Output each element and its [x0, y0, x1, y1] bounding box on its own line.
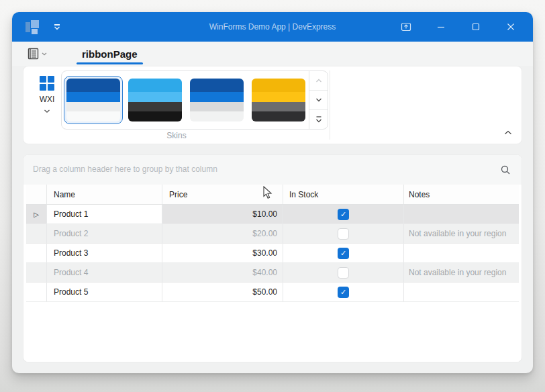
row-indicator-cell: ▷ — [26, 205, 46, 224]
qat-bar-icon — [54, 24, 60, 26]
minimize-button[interactable] — [434, 19, 448, 34]
instock-checkbox[interactable]: ✓ — [338, 209, 349, 220]
instock-cell[interactable] — [283, 263, 403, 282]
row-indicator-cell — [26, 263, 46, 282]
chevron-down-icon — [44, 109, 50, 113]
chevron-down-icon — [54, 26, 60, 30]
name-cell[interactable]: Product 5 — [46, 283, 162, 301]
row-indicator-cell — [26, 283, 46, 301]
wxi-grid-icon — [40, 76, 54, 91]
collapse-ribbon-button[interactable] — [504, 126, 512, 138]
skin-office-blue[interactable] — [64, 76, 123, 124]
skin-blue-gray[interactable] — [187, 76, 246, 124]
grid-header-row: Name Price In Stock Notes — [26, 185, 519, 205]
table-row[interactable]: Product 4 $40.00 Not available in your r… — [26, 263, 519, 283]
chevron-down-icon — [315, 98, 322, 102]
application-menu-button[interactable] — [27, 47, 47, 60]
table-row[interactable]: Product 2 $20.00 Not available in your r… — [26, 224, 519, 244]
maximize-icon — [472, 23, 480, 31]
ribbon-content-panel: WXI Skins — [23, 66, 522, 144]
chevron-down-icon — [42, 52, 47, 56]
skin-preview-tile — [128, 79, 182, 121]
price-cell[interactable]: $10.00 — [162, 205, 283, 224]
chevron-down-icon — [315, 119, 322, 123]
ribbon-group-caption: Skins — [23, 131, 330, 140]
column-header-price[interactable]: Price — [162, 185, 283, 204]
row-indicator-header — [26, 185, 46, 204]
notes-cell[interactable] — [403, 244, 519, 262]
gallery-scroll-up-button[interactable] — [309, 71, 328, 90]
chevron-up-icon — [504, 130, 512, 135]
search-icon — [500, 164, 511, 175]
notes-cell[interactable] — [403, 283, 519, 301]
minimize-icon — [437, 23, 445, 31]
group-by-hint: Drag a column header here to group by th… — [33, 164, 217, 174]
column-header-name[interactable]: Name — [46, 185, 162, 204]
column-header-notes[interactable]: Notes — [403, 185, 519, 204]
instock-checkbox[interactable]: ✓ — [338, 248, 349, 259]
chevron-up-icon — [315, 79, 322, 83]
close-icon — [507, 23, 515, 31]
document-menu-icon — [27, 47, 40, 60]
table-row[interactable]: Product 5 $50.00 ✓ — [26, 283, 519, 302]
name-cell[interactable]: Product 3 — [46, 244, 162, 262]
instock-checkbox[interactable] — [338, 228, 349, 240]
instock-cell[interactable]: ✓ — [283, 205, 403, 224]
price-cell[interactable]: $40.00 — [162, 263, 283, 282]
name-cell[interactable]: Product 2 — [46, 224, 162, 243]
skin-sky-dark[interactable] — [126, 76, 185, 124]
group-by-panel[interactable]: Drag a column header here to group by th… — [23, 155, 522, 185]
skin-yellow-dark[interactable] — [249, 76, 308, 124]
price-cell[interactable]: $20.00 — [162, 224, 283, 243]
name-cell[interactable]: Product 4 — [46, 263, 162, 282]
maximize-button[interactable] — [468, 19, 483, 34]
notes-cell[interactable]: Not available in your region — [403, 224, 519, 243]
wxi-dropdown-button[interactable]: WXI — [33, 73, 61, 116]
name-cell[interactable]: Product 1 — [46, 205, 162, 224]
close-button[interactable] — [503, 19, 518, 34]
column-header-instock[interactable]: In Stock — [283, 185, 403, 204]
skin-preview-tile — [190, 79, 244, 121]
grid-area: Name Price In Stock Notes ▷ Product 1 $1… — [26, 185, 519, 362]
data-grid-panel: Drag a column header here to group by th… — [23, 154, 522, 362]
tab-ribbonpage[interactable]: ribbonPage — [75, 42, 144, 66]
titlebar: WinForms Demo App | DevExpress — [12, 12, 533, 42]
notes-cell[interactable]: Not available in your region — [403, 263, 519, 282]
ribbon-display-options-icon — [401, 22, 411, 32]
price-cell[interactable]: $30.00 — [162, 244, 283, 262]
tab-label: ribbonPage — [82, 48, 138, 60]
instock-cell[interactable]: ✓ — [283, 283, 403, 301]
skin-preview-tile — [252, 79, 305, 121]
gallery-scroll-down-button[interactable] — [309, 90, 328, 109]
ribbon-group-separator — [330, 70, 330, 140]
ribbon-display-options-button[interactable] — [399, 19, 413, 34]
instock-checkbox[interactable] — [338, 267, 349, 279]
skin-tiles — [64, 76, 308, 124]
instock-cell[interactable]: ✓ — [283, 244, 403, 262]
instock-checkbox[interactable]: ✓ — [338, 287, 349, 298]
skin-preview-tile — [66, 79, 120, 121]
grid-rows: ▷ Product 1 $10.00 ✓ Product 2 $20.00 No… — [26, 205, 519, 302]
price-cell[interactable]: $50.00 — [162, 283, 283, 301]
active-tab-underline — [77, 62, 143, 64]
table-row[interactable]: ▷ Product 1 $10.00 ✓ — [26, 205, 519, 224]
skins-gallery — [61, 70, 328, 130]
dropdown-bar-icon — [315, 116, 322, 117]
row-indicator-cell — [26, 224, 46, 243]
table-row[interactable]: Product 3 $30.00 ✓ — [26, 244, 519, 263]
gallery-scrollbar — [309, 71, 328, 129]
row-indicator-cell — [26, 244, 46, 262]
app-window: WinForms Demo App | DevExpress — [12, 12, 533, 373]
instock-cell[interactable] — [283, 224, 403, 243]
ribbon-tab-row: ribbonPage — [12, 42, 533, 66]
notes-cell[interactable] — [403, 205, 519, 224]
app-logo-icon — [26, 19, 42, 35]
wxi-button-label: WXI — [33, 95, 61, 104]
quick-access-dropdown-button[interactable] — [54, 24, 60, 30]
gallery-dropdown-button[interactable] — [309, 109, 328, 129]
grid-search-button[interactable] — [499, 163, 512, 177]
